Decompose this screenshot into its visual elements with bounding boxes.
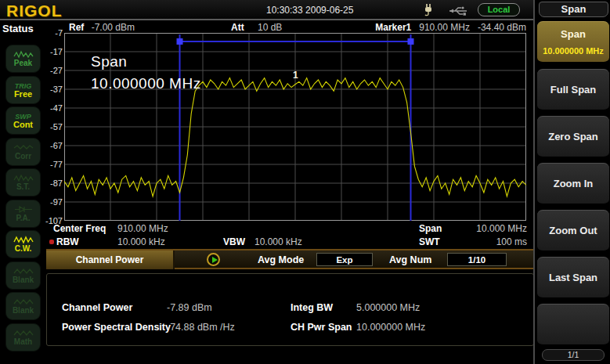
rbw-value: 10.000 kHz [117, 236, 165, 247]
menu-page-indicator: 1/1 [542, 349, 605, 361]
diode-icon [14, 205, 33, 214]
ch-pwr-span-value: 10.000000 MHz [356, 322, 425, 333]
status-panel-title: Status [2, 23, 34, 34]
waveform-icon [13, 329, 34, 337]
status-tile-caption: TRIG [15, 82, 32, 90]
status-tile-label: Blank [13, 276, 34, 284]
y-axis-label: -87 [42, 178, 63, 188]
menu-header: Span [539, 2, 608, 17]
status-tile-label: Peak [14, 59, 32, 67]
softkey-last-span[interactable]: Last Span [537, 257, 609, 299]
rigol-logo: RIGOL [6, 2, 63, 20]
instrument-screen: RIGOL 10:30:33 2009-06-25 Local Status P… [0, 0, 610, 364]
status-tile-swp: SWP Cont [5, 106, 41, 135]
softkey-full-span[interactable]: Full Span [537, 69, 609, 111]
status-tile-math: Math [5, 323, 41, 351]
status-tile-label: C.W. [15, 244, 32, 253]
softkey-zoom-out[interactable]: Zoom Out [537, 210, 609, 252]
y-axis-label: -97 [42, 197, 63, 207]
y-axis-label: -47 [42, 103, 63, 113]
avg-mode-label: Avg Mode [258, 254, 304, 265]
status-tile-trig: TRIG Free [5, 76, 41, 104]
swt-label: SWT [419, 236, 440, 247]
ch-pwr-span-label: CH Pwr Span [291, 322, 352, 333]
waveform-icon [13, 50, 34, 59]
status-tile-label: S.T. [16, 182, 30, 191]
status-tile-caption: SWP [15, 113, 31, 121]
usb-icon [446, 6, 470, 16]
waveform-icon [13, 236, 34, 244]
span-footer-value: 10.000 MHz [450, 223, 527, 234]
channel-power-value: -7.89 dBm [167, 302, 212, 313]
span-overlay-value: 10.000000 MHz [91, 75, 201, 92]
softkey-zero-span[interactable]: Zero Span [537, 116, 609, 158]
y-axis-label: -77 [42, 160, 63, 169]
status-tile-st: S.T. [5, 168, 41, 196]
y-axis-label: -27 [42, 66, 63, 75]
span-overlay-title: Span [91, 53, 127, 70]
psd-value: -74.88 dBm /Hz [167, 322, 235, 333]
y-axis-label: -17 [42, 47, 63, 56]
gate-left-marker [177, 38, 183, 45]
center-freq-value: 910.00 MHz [117, 223, 168, 234]
softkey-blank[interactable] [537, 304, 609, 346]
att-label: Att [231, 22, 244, 33]
status-tile-blank2: Blank [5, 292, 41, 320]
play-icon[interactable] [207, 253, 220, 266]
avg-mode-value-box[interactable]: Exp [316, 253, 373, 266]
y-axis-label: -37 [42, 85, 63, 94]
marker-amplitude: -34.40 dBm [478, 22, 526, 33]
top-bar: RIGOL 10:30:33 2009-06-25 Local [0, 0, 535, 20]
att-value: 10 dB [258, 22, 282, 33]
status-tile-pa: P.A. [5, 200, 41, 228]
y-axis-label: -57 [42, 122, 63, 132]
waveform-icon [13, 297, 34, 306]
softkey-menu: Span Span 10.000000 MHz Full Span Zero S… [533, 0, 610, 364]
gate-right-marker [408, 38, 414, 45]
marker-readout: Marker1 910.00 MHz -34.40 dBm [376, 22, 526, 33]
status-tile-label: P.A. [16, 214, 30, 222]
softkey-span-label: Span [561, 28, 586, 40]
spectrum-graph: 1 [64, 33, 526, 221]
ref-label: Ref [69, 22, 84, 33]
rbw-label: RBW [56, 236, 79, 247]
local-badge: Local [478, 3, 520, 16]
results-panel: Channel Power -7.89 dBm Integ BW 5.00000… [46, 273, 534, 346]
status-tile-blank1: Blank [5, 261, 41, 290]
swt-value: 100 ms [450, 236, 527, 247]
marker-number: 1 [293, 70, 298, 81]
datetime-display: 10:30:33 2009-06-25 [266, 5, 376, 16]
center-freq-label: Center Freq [53, 223, 106, 234]
softkey-zoom-in[interactable]: Zoom In [537, 163, 609, 205]
attenuation-readout: Att 10 dB [231, 22, 282, 33]
avg-num-value-box[interactable]: 1/10 [447, 253, 507, 266]
rbw-status-dot [49, 240, 54, 244]
status-tile-cw: C.W. [5, 230, 41, 258]
waveform-icon [13, 143, 34, 152]
status-tile-peak: Peak [5, 45, 41, 73]
waveform-icon [13, 267, 34, 276]
trace-svg: 1 [64, 33, 526, 221]
avg-num-label: Avg Num [389, 254, 431, 265]
softkey-span[interactable]: Span 10.000000 MHz [537, 21, 609, 63]
waveform-icon [13, 174, 34, 182]
measure-bar: Channel Power Avg Mode Exp Avg Num 1/10 [46, 250, 534, 269]
ref-level-readout: Ref -7.00 dBm [69, 22, 135, 33]
psd-label: Power Spectral Density [62, 322, 171, 333]
integ-bw-value: 5.000000 MHz [356, 302, 420, 313]
status-tile-label: Cont [13, 121, 33, 129]
status-tile-label: Math [14, 337, 32, 346]
status-tile-label: Corr [15, 152, 31, 160]
channel-power-label: Channel Power [62, 302, 132, 313]
vbw-value: 10.000 kHz [254, 236, 302, 247]
plug-icon [423, 3, 434, 17]
status-tile-label: Free [14, 90, 32, 99]
vbw-label: VBW [223, 236, 245, 247]
y-axis-label: -67 [42, 141, 63, 150]
measure-title: Channel Power [46, 250, 175, 269]
integ-bw-label: Integ BW [291, 302, 333, 313]
marker-frequency: 910.00 MHz [419, 22, 470, 33]
marker-label: Marker1 [375, 22, 411, 33]
ref-value: -7.00 dBm [92, 22, 135, 33]
span-footer-label: Span [419, 223, 442, 234]
